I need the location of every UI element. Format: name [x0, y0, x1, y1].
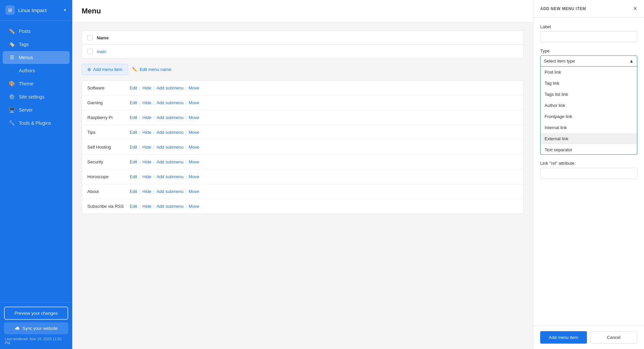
type-selector: Select item type ▲ Post link Tag link Ta…: [540, 55, 637, 155]
hide-action[interactable]: Hide: [140, 159, 154, 164]
edit-action[interactable]: Edit: [128, 159, 139, 164]
move-action[interactable]: Move: [187, 115, 202, 120]
sidebar-item-menus[interactable]: ☰ Menus: [3, 51, 70, 64]
add-submenu-action[interactable]: Add submenu: [155, 85, 185, 90]
right-panel: ADD NEW MENU ITEM ✕ Label Type Select it…: [533, 0, 644, 349]
menu-item-actions: Edit | Hide | Add submenu | Move: [128, 159, 201, 164]
table-row: Raspberry Pi Edit | Hide | Add submenu |…: [82, 110, 523, 125]
edit-action[interactable]: Edit: [128, 100, 139, 105]
main-content: Menu Name main ⊕ Add menu item ✏️ Edit m…: [72, 0, 533, 349]
menu-item-actions: Edit | Hide | Add submenu | Move: [128, 189, 201, 194]
add-submenu-action[interactable]: Add submenu: [155, 159, 185, 164]
name-column-header: Name: [97, 35, 109, 40]
dropdown-item-tag-link[interactable]: Tag link: [541, 78, 637, 89]
menu-item-name: Subscribe via RSS: [87, 204, 128, 209]
add-submenu-action[interactable]: Add submenu: [155, 100, 185, 105]
label-input[interactable]: [540, 31, 637, 42]
label-field-label: Label: [540, 24, 637, 29]
add-menu-item-button[interactable]: ⊕ Add menu item: [82, 64, 128, 75]
move-action[interactable]: Move: [187, 130, 202, 135]
panel-body: Label Type Select item type ▲ Post link …: [533, 17, 644, 325]
dropdown-item-frontpage-link[interactable]: Frontpage link: [541, 111, 637, 122]
hide-action[interactable]: Hide: [140, 100, 154, 105]
add-submenu-action[interactable]: Add submenu: [155, 145, 185, 150]
sidebar-item-authors[interactable]: 👤 Authors: [3, 64, 70, 77]
main-header: Menu: [72, 0, 533, 23]
menu-item-name: Horoscope: [87, 174, 128, 179]
sidebar-label-tools: Tools & Plugins: [19, 120, 51, 126]
link-rel-label: Link "rel" attribute:: [540, 161, 637, 166]
menu-item-name: Software: [87, 85, 128, 90]
move-action[interactable]: Move: [187, 100, 202, 105]
move-action[interactable]: Move: [187, 159, 202, 164]
close-icon[interactable]: ✕: [633, 5, 637, 12]
sidebar-item-tools-plugins[interactable]: 🔧 Tools & Plugins: [3, 117, 70, 129]
move-action[interactable]: Move: [187, 145, 202, 150]
dropdown-item-internal-link[interactable]: Internal link: [541, 122, 637, 133]
edit-icon: ✏️: [132, 67, 137, 72]
edit-action[interactable]: Edit: [128, 115, 139, 120]
sidebar-item-tags[interactable]: 🏷️ Tags: [3, 38, 70, 51]
hide-action[interactable]: Hide: [140, 145, 154, 150]
edit-action[interactable]: Edit: [128, 145, 139, 150]
move-action[interactable]: Move: [187, 174, 202, 179]
hide-action[interactable]: Hide: [140, 85, 154, 90]
sidebar-item-posts[interactable]: ✏️ Posts: [3, 25, 70, 38]
menu-name-link[interactable]: main: [97, 49, 106, 54]
sidebar-item-site-settings[interactable]: ⚙️ Site settings: [3, 90, 70, 103]
content-area: Name main ⊕ Add menu item ✏️ Edit menu n…: [72, 23, 533, 349]
add-submenu-action[interactable]: Add submenu: [155, 174, 185, 179]
dropdown-item-text-separator[interactable]: Text separator: [541, 144, 637, 154]
sidebar-label-server: Server: [19, 107, 33, 113]
table-row: Tips Edit | Hide | Add submenu | Move: [82, 125, 523, 140]
move-action[interactable]: Move: [187, 204, 202, 209]
hide-action[interactable]: Hide: [140, 189, 154, 194]
edit-action[interactable]: Edit: [128, 130, 139, 135]
menu-row-checkbox[interactable]: [87, 49, 93, 54]
add-submenu-action[interactable]: Add submenu: [155, 204, 185, 209]
edit-action[interactable]: Edit: [128, 204, 139, 209]
dropdown-item-author-link[interactable]: Author link: [541, 100, 637, 111]
dropdown-item-post-link[interactable]: Post link: [541, 67, 637, 78]
menu-item-actions: Edit | Hide | Add submenu | Move: [128, 85, 201, 90]
menu-item-actions: Edit | Hide | Add submenu | Move: [128, 174, 201, 179]
cancel-button[interactable]: Cancel: [590, 331, 638, 344]
sidebar-item-theme[interactable]: 🎨 Theme: [3, 77, 70, 90]
menu-list-item: main: [82, 45, 523, 58]
hide-action[interactable]: Hide: [140, 204, 154, 209]
add-submenu-action[interactable]: Add submenu: [155, 115, 185, 120]
tags-icon: 🏷️: [9, 41, 15, 47]
type-select-button[interactable]: Select item type ▲: [540, 55, 637, 67]
dropdown-item-tags-list-link[interactable]: Tags list link: [541, 89, 637, 100]
sidebar-item-server[interactable]: 🖥️ Server: [3, 104, 70, 116]
preview-changes-button[interactable]: Preview your changes: [4, 307, 68, 320]
type-field-group: Type Select item type ▲ Post link Tag li…: [540, 48, 637, 155]
hide-action[interactable]: Hide: [140, 115, 154, 120]
add-menu-item-submit-button[interactable]: Add menu item: [540, 331, 587, 344]
edit-menu-name-button[interactable]: ✏️ Edit menu name: [132, 67, 171, 72]
move-action[interactable]: Move: [187, 189, 202, 194]
add-submenu-action[interactable]: Add submenu: [155, 130, 185, 135]
sidebar-header[interactable]: ⊞ Linux Impact ▼: [0, 0, 72, 21]
sidebar-nav: ✏️ Posts 🏷️ Tags ☰ Menus 👤 Authors 🎨 The…: [0, 21, 72, 302]
edit-action[interactable]: Edit: [128, 174, 139, 179]
edit-action[interactable]: Edit: [128, 189, 139, 194]
edit-action[interactable]: Edit: [128, 85, 139, 90]
menu-item-actions: Edit | Hide | Add submenu | Move: [128, 115, 201, 120]
add-submenu-action[interactable]: Add submenu: [155, 189, 185, 194]
tools-icon: 🔧: [9, 120, 15, 126]
link-rel-input[interactable]: [540, 168, 637, 179]
sync-website-button[interactable]: ☁️ Sync your website: [4, 322, 68, 334]
move-action[interactable]: Move: [187, 85, 202, 90]
table-row: Self Hosting Edit | Hide | Add submenu |…: [82, 140, 523, 155]
authors-icon: 👤: [9, 68, 15, 74]
table-row: Software Edit | Hide | Add submenu | Mov…: [82, 81, 523, 95]
hide-action[interactable]: Hide: [140, 174, 154, 179]
select-all-checkbox[interactable]: [87, 35, 93, 40]
dropdown-item-external-link[interactable]: External link: [541, 133, 637, 144]
sidebar-label-posts: Posts: [19, 29, 31, 34]
sidebar-label-site-settings: Site settings: [19, 94, 44, 100]
table-row: About Edit | Hide | Add submenu | Move: [82, 184, 523, 199]
panel-title: ADD NEW MENU ITEM: [540, 6, 586, 11]
hide-action[interactable]: Hide: [140, 130, 154, 135]
